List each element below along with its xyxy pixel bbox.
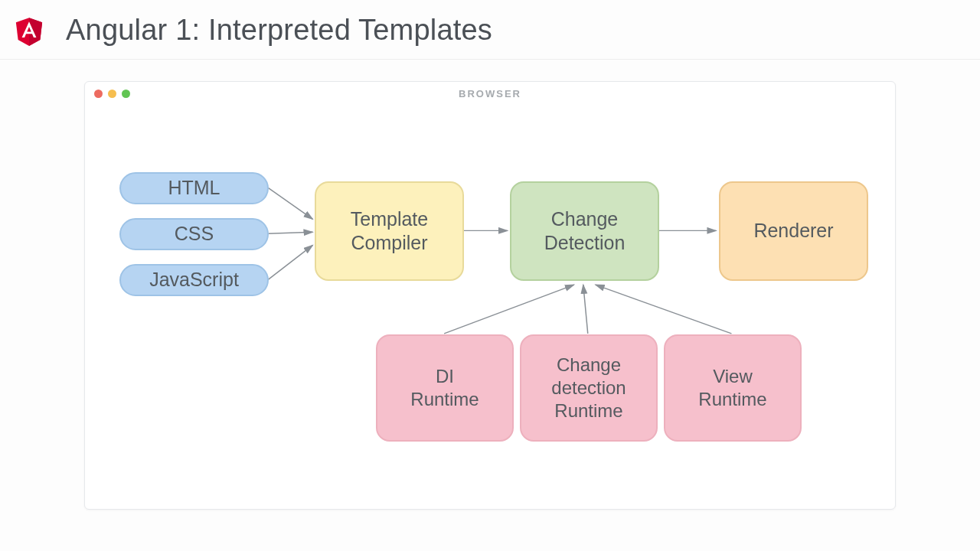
slide-content: BROWSER [0, 60, 980, 510]
svg-line-2 [269, 188, 313, 220]
input-css-node: CSS [119, 218, 269, 250]
diagram: HTML CSS JavaScript TemplateCompiler Cha… [85, 105, 895, 509]
svg-line-7 [444, 285, 574, 334]
svg-line-8 [583, 285, 588, 334]
angular-logo-icon [14, 15, 44, 46]
view-runtime-node: ViewRuntime [664, 334, 802, 442]
input-js-node: JavaScript [119, 264, 269, 296]
slide-title: Angular 1: Interpreted Templates [66, 14, 492, 47]
template-compiler-node: TemplateCompiler [315, 181, 464, 281]
slide-header: Angular 1: Interpreted Templates [0, 0, 980, 60]
input-html-node: HTML [119, 172, 269, 204]
svg-line-3 [269, 232, 313, 233]
change-detection-node: ChangeDetection [510, 181, 659, 281]
browser-titlebar: BROWSER [85, 82, 895, 105]
svg-line-4 [269, 245, 313, 279]
cd-runtime-node: ChangedetectionRuntime [520, 334, 658, 442]
browser-label: BROWSER [85, 88, 895, 99]
di-runtime-node: DIRuntime [376, 334, 514, 442]
svg-line-9 [596, 285, 732, 334]
renderer-node: Renderer [719, 181, 868, 281]
browser-frame: BROWSER [84, 81, 896, 510]
